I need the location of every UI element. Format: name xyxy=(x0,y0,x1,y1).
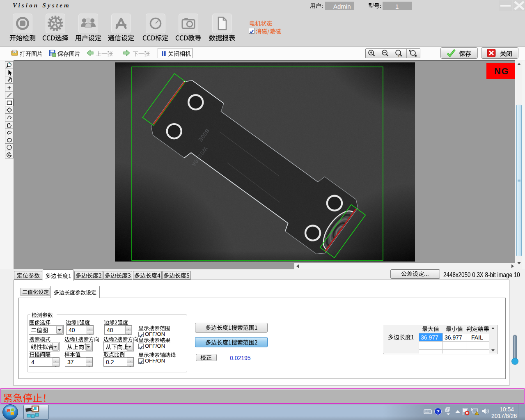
svg-text:?: ? xyxy=(436,409,440,415)
svg-text:1:1: 1:1 xyxy=(398,54,402,58)
